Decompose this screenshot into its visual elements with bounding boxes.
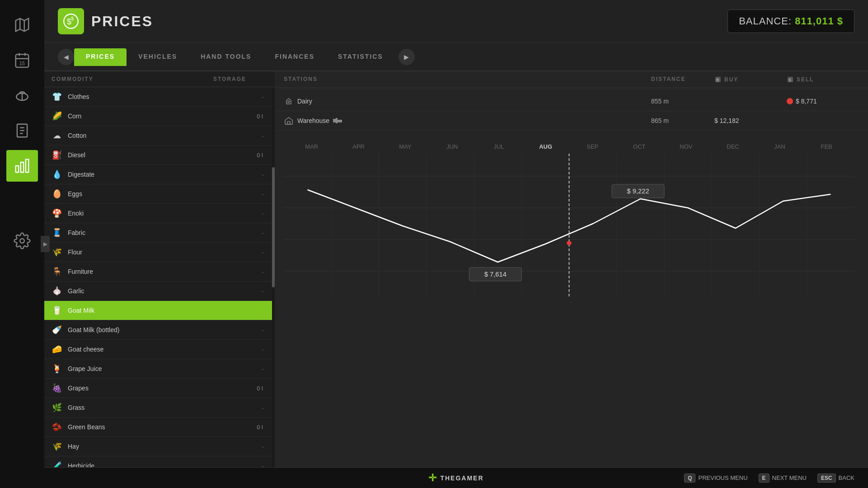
bottom-bar: ✛ THEGAMER Q PREVIOUS MENU E NEXT MENU E… [44, 467, 868, 488]
col-empty [401, 76, 651, 83]
list-item[interactable]: 🧀 Goat cheese - [44, 340, 272, 359]
commodity-name: Grass [68, 404, 258, 411]
list-item-selected[interactable]: 🥛 Goat Milk [44, 301, 272, 320]
tab-finances[interactable]: FINANCES [263, 48, 326, 66]
month-jan: JAN [756, 143, 803, 150]
svg-rect-14 [21, 162, 23, 172]
key-q-badge[interactable]: Q [684, 474, 695, 483]
tab-statistics[interactable]: STATISTICS [326, 48, 395, 66]
sidebar-item-map[interactable] [6, 9, 38, 41]
key-next-menu: E NEXT MENU [759, 474, 807, 483]
station-name-warehouse: Warehouse [284, 116, 401, 126]
nav-prev-button[interactable]: ◀ [58, 49, 74, 65]
commodity-icon: 🧀 [51, 343, 63, 356]
station-buy-warehouse: $ 12,182 [714, 117, 787, 124]
svg-rect-13 [16, 166, 19, 172]
list-item[interactable]: 💧 Digestate - [44, 165, 272, 184]
commodity-name: Flour [68, 249, 258, 256]
list-item[interactable]: 🪑 Furniture - [44, 262, 272, 282]
commodity-icon: 💧 [51, 168, 63, 181]
balance-value: 811,011 $ [795, 15, 843, 27]
commodity-icon: 🫘 [51, 421, 63, 433]
commodity-name: Furniture [68, 268, 258, 275]
list-item[interactable]: 🧵 Fabric - [44, 223, 272, 243]
main-content: $ $ PRICES BALANCE: 811,011 $ ◀ PRICES V… [44, 0, 868, 488]
next-menu-label: NEXT MENU [772, 474, 807, 481]
stations-list: Dairy 855 m $ 8,771 [275, 88, 868, 134]
svg-text:B: B [716, 78, 720, 82]
list-item[interactable]: 🌿 Grass - [44, 398, 272, 418]
list-item[interactable]: 🍇 Grapes 0 l [44, 379, 272, 398]
commodity-icon: 🌿 [51, 401, 63, 414]
chart-month-labels: MAR APR MAY JUN JUL AUG SEP OCT NOV DEC … [288, 143, 850, 154]
sidebar-item-contracts[interactable] [6, 115, 38, 146]
list-item[interactable]: 🍼 Goat Milk (bottled) - [44, 320, 272, 340]
prices-icon: $ $ [58, 8, 84, 34]
header: $ $ PRICES BALANCE: 811,011 $ [44, 0, 868, 43]
prev-menu-label: PREVIOUS MENU [698, 474, 747, 481]
list-item[interactable]: 🥚 Eggs - [44, 184, 272, 204]
price-line-chart: $ 9,222 $ 7,614 [284, 154, 854, 298]
list-item[interactable]: 🌾 Hay - [44, 437, 272, 456]
tab-hand-tools[interactable]: HAND TOOLS [189, 48, 263, 66]
commodity-icon: 🪑 [51, 265, 63, 278]
tab-prices[interactable]: PRICES [74, 48, 127, 66]
list-item[interactable]: ⛽ Diesel 0 l [44, 145, 272, 165]
commodity-name: Enoki [68, 210, 258, 217]
col-buy: B BUY [714, 76, 787, 83]
brand-logo: ✛ THEGAMER [428, 472, 483, 484]
commodity-icon: 🍹 [51, 362, 63, 375]
commodity-table-header: COMMODITY STORAGE [44, 71, 275, 87]
station-row-warehouse[interactable]: Warehouse 865 m $ 12,182 [275, 111, 868, 131]
warehouse-icon [284, 116, 294, 126]
month-jul: JUL [475, 143, 522, 150]
sidebar-expand-button[interactable]: ▶ [41, 236, 50, 252]
sidebar-item-calendar[interactable]: 15 [6, 44, 38, 76]
col-storage: STORAGE [213, 76, 249, 82]
station-name-dairy: Dairy [284, 96, 401, 106]
nav-tabs: ◀ PRICES VEHICLES HAND TOOLS FINANCES ST… [44, 43, 868, 71]
list-item[interactable]: 🌾 Flour - [44, 243, 272, 262]
sidebar-item-farm[interactable] [6, 80, 38, 111]
commodity-icon: 🍼 [51, 324, 63, 336]
commodity-name: Cotton [68, 132, 258, 139]
commodity-icon: 🥛 [51, 304, 63, 317]
back-label: BACK [839, 474, 854, 481]
key-e-badge[interactable]: E [759, 474, 769, 483]
svg-rect-28 [336, 118, 338, 123]
list-item[interactable]: 🍄 Enoki - [44, 204, 272, 223]
list-item[interactable]: 👕 Clothes - [44, 87, 272, 107]
chart-svg-container: $ 9,222 $ 7,614 [284, 154, 854, 298]
list-item[interactable]: 🍹 Grape Juice - [44, 359, 272, 379]
key-esc-badge[interactable]: ESC [817, 474, 836, 483]
month-mar: MAR [288, 143, 335, 150]
station-distance-dairy: 855 m [651, 98, 714, 105]
commodity-name: Fabric [68, 229, 258, 236]
station-row-dairy[interactable]: Dairy 855 m $ 8,771 [275, 92, 868, 111]
sidebar-item-stats[interactable] [6, 150, 38, 182]
list-item[interactable]: ☁ Cotton - [44, 126, 272, 145]
commodity-name: Garlic [68, 287, 258, 295]
commodity-icon: 🌾 [51, 246, 63, 258]
col-distance: DISTANCE [651, 76, 714, 83]
sidebar-item-settings[interactable] [6, 225, 38, 257]
commodity-name: Green Beans [68, 423, 240, 431]
commodity-icon: ☁ [51, 129, 63, 142]
list-item[interactable]: 🫘 Green Beans 0 l [44, 418, 272, 437]
svg-text:15: 15 [19, 61, 25, 66]
commodity-icon: 🧄 [51, 285, 63, 297]
svg-point-16 [20, 239, 24, 243]
list-item[interactable]: 🧄 Garlic - [44, 282, 272, 301]
commodity-list: 👕 Clothes - 🌽 Corn 0 l ☁ Cotton - [44, 87, 272, 488]
logo-text: THEGAMER [440, 474, 483, 482]
commodity-icon: 🥚 [51, 188, 63, 200]
right-panel: STATIONS DISTANCE B BUY S SELL [275, 71, 868, 488]
balance-label: BALANCE: [739, 15, 792, 27]
commodity-icon: ⛽ [51, 149, 63, 161]
commodity-icon: 🍄 [51, 207, 63, 220]
month-sep: SEP [569, 143, 616, 150]
balance-box: BALANCE: 811,011 $ [727, 9, 854, 33]
nav-next-button[interactable]: ▶ [399, 49, 415, 65]
tab-vehicles[interactable]: VEHICLES [127, 48, 189, 66]
list-item[interactable]: 🌽 Corn 0 l [44, 107, 272, 126]
